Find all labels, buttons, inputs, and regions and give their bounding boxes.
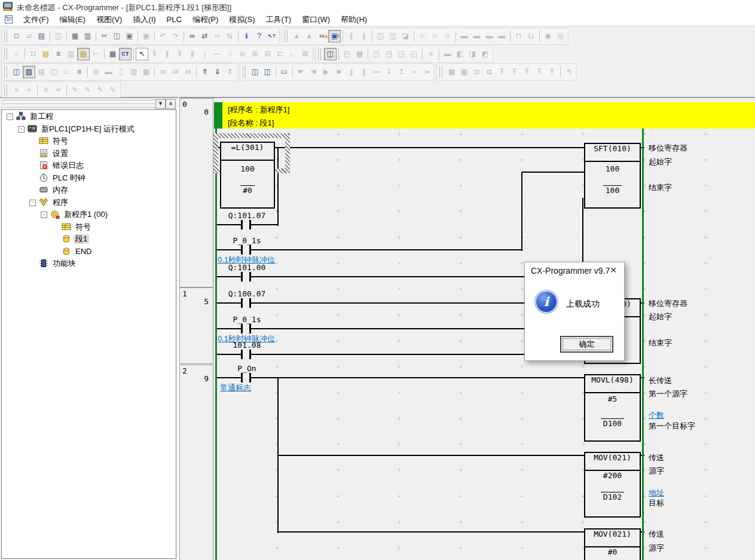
redo-button[interactable]: ↷ [169, 30, 182, 42]
differential-monitor-5-button[interactable]: Ŧ [546, 66, 558, 78]
tree-item-功能块[interactable]: 功能块 [2, 258, 176, 270]
watch-bar-button[interactable]: ≡ [424, 48, 437, 60]
cross-reference-button[interactable]: ⊛ [90, 66, 102, 78]
force-off-button[interactable]: ☺ [429, 30, 441, 42]
properties-window-button[interactable]: ≡ [73, 66, 85, 78]
pause-b-button[interactable]: ∥ [357, 66, 370, 78]
pen-edit-button[interactable]: ✎ [69, 84, 81, 96]
output-window-button[interactable]: ▦ [140, 66, 152, 78]
dialog-ok-button[interactable]: 确定 [561, 336, 613, 352]
tree-item-符号[interactable]: 符号 [2, 221, 176, 233]
menu-item[interactable]: 模拟(S) [224, 13, 260, 26]
pause-monitoring-button[interactable]: ∥ [345, 30, 357, 42]
monitor-data-2-button[interactable]: ◧ [454, 48, 466, 60]
instruction-block-MOV(021)[interactable]: MOV(021)#200D102 [584, 452, 641, 518]
step-in-button[interactable]: ↧ [383, 66, 395, 78]
tree-expander-icon[interactable]: - [18, 126, 25, 133]
differential-monitor-4-button[interactable]: Ŧ [533, 66, 546, 78]
menu-item[interactable]: 工具(T) [261, 13, 297, 26]
new-or-closed-contact-button[interactable]: ∦ [186, 48, 198, 60]
tree-item-错误日志[interactable]: 错误日志 [2, 160, 176, 172]
differential-monitor-1-button[interactable]: Ŧ [496, 66, 508, 78]
tree-item-新工程[interactable]: -新工程 [2, 111, 176, 123]
pause-button[interactable]: ∥ [357, 30, 370, 42]
reset-layout-button[interactable]: ≃ [52, 84, 65, 96]
rung-header[interactable]: 29 [179, 365, 213, 560]
set-mode-monitor-button[interactable]: ▶ [320, 66, 332, 78]
pen-disable-button[interactable]: ✎ [106, 84, 119, 96]
differential-monitor-3-button[interactable]: Ŧ [521, 66, 533, 78]
data-trace-button[interactable]: ▦ [353, 48, 366, 60]
toolbar-gripper[interactable] [4, 48, 7, 60]
differential-down-button[interactable]: ⊔ [525, 30, 537, 42]
io-table-window-button[interactable]: ▭ [60, 66, 73, 78]
menu-item[interactable]: 编程(P) [187, 13, 224, 26]
line-connect-button[interactable]: ∟ [286, 48, 299, 60]
dialog-close-icon[interactable]: ✕ [606, 265, 620, 276]
force-set-bit-button[interactable]: ◘ [470, 66, 483, 78]
about-button[interactable]: ℹ [240, 30, 253, 42]
delete-column-button[interactable]: ◱ [408, 48, 420, 60]
new-inverted-instruction-button[interactable]: ⊏ [274, 48, 286, 60]
step-run-button[interactable]: ↦ [370, 66, 383, 78]
tree-item-设置[interactable]: 设置 [2, 148, 176, 160]
memory-cassette-2-button[interactable]: ▦ [458, 66, 470, 78]
cut-button[interactable]: ✂ [98, 30, 111, 42]
toolbar-gripper[interactable] [243, 66, 246, 78]
hierarchy-view-button[interactable]: ⊢ [90, 48, 102, 60]
toolbar-gripper[interactable] [285, 30, 288, 42]
tree-item-END[interactable]: END [2, 246, 176, 258]
tree-item-PLC 时钟[interactable]: PLC 时钟 [2, 172, 176, 184]
align-comments-button[interactable]: ≡ [39, 84, 52, 96]
new-or-contact-button[interactable]: ǁ [173, 48, 186, 60]
menu-item[interactable]: 文件(F) [18, 13, 54, 26]
toolbar-gripper[interactable] [4, 66, 7, 78]
menu-item[interactable]: PLC [161, 14, 187, 25]
print-button[interactable]: ▦ [69, 30, 81, 42]
panel-close-button[interactable]: x [166, 99, 176, 109]
instruction-block-MOVL(498)[interactable]: MOVL(498)#5D100 [584, 374, 641, 442]
differential-up-button[interactable]: ⊓ [512, 30, 525, 42]
split-window-button[interactable]: ◫ [324, 48, 337, 60]
undo-button[interactable]: ↶ [157, 30, 169, 42]
line-delete-button[interactable]: ⊠ [299, 48, 311, 60]
toolbar-gripper[interactable] [4, 84, 7, 96]
pause-a-button[interactable]: ∥ [345, 66, 357, 78]
online-edit-begin-button[interactable]: ◉ [542, 30, 554, 42]
copy-button[interactable]: ◫ [111, 30, 123, 42]
online-edit-send-button[interactable]: ◎ [554, 30, 567, 42]
ct-view-button[interactable]: CT [119, 48, 132, 60]
contact-P_On[interactable] [241, 373, 251, 382]
paste-special-button[interactable]: ▣ [140, 30, 152, 42]
radix-signed-decimal-button[interactable]: 10 [169, 66, 182, 78]
show-grid-button[interactable]: ∷ [27, 48, 39, 60]
tree-item-符号[interactable]: 符号 [2, 135, 176, 147]
monitor-window-button[interactable]: ▥ [127, 66, 140, 78]
toolbar-gripper[interactable] [439, 66, 442, 78]
radix-hex-button[interactable]: 16 [182, 66, 194, 78]
io-comment-view-button[interactable]: ▦ [106, 48, 119, 60]
horizontal-line-button[interactable]: — [211, 48, 224, 60]
tree-item-程序[interactable]: -程序 [2, 197, 176, 209]
find-bit-addresses-button[interactable]: ∞ [211, 30, 224, 42]
tree-item-内存[interactable]: 内存 [2, 184, 176, 196]
select-tool-button[interactable]: ↖ [136, 48, 148, 60]
tree-expander-icon[interactable]: - [41, 212, 47, 218]
save-button[interactable]: ▤ [35, 30, 48, 42]
panel-drag-handle[interactable] [2, 100, 156, 108]
save-report-button[interactable]: ◫ [52, 30, 65, 42]
monitor-data-4-button[interactable]: ◩ [479, 48, 491, 60]
ladder-window-button[interactable]: ▨ [23, 66, 35, 78]
watch-window-button[interactable]: ▬ [102, 66, 115, 78]
monitor-data-3-button[interactable]: ◨ [466, 48, 479, 60]
stack-view-button[interactable]: ◰ [341, 48, 353, 60]
toolbar-gripper[interactable] [4, 30, 7, 42]
monitoring-window-2-button[interactable]: ◫ [261, 66, 274, 78]
menu-item[interactable]: 窗口(W) [297, 13, 335, 26]
decrease-indent-button[interactable]: « [10, 84, 23, 96]
rung-header[interactable]: 00 [179, 98, 213, 287]
go-to-rung-button[interactable]: ⇕ [224, 66, 236, 78]
force-on-button[interactable]: ☺ [416, 30, 429, 42]
force-reset-bit-button[interactable]: ◘ [483, 66, 496, 78]
go-to-next-rung-button[interactable]: ⇓ [211, 66, 224, 78]
